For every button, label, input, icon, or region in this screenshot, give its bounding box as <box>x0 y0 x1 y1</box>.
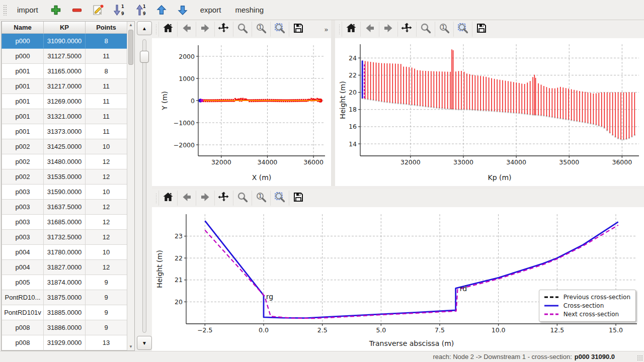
pan-button[interactable] <box>214 191 233 206</box>
zoom-button[interactable] <box>233 191 252 206</box>
cell-points[interactable]: 11 <box>86 94 127 109</box>
cell-points[interactable]: 10 <box>86 184 127 199</box>
table-row[interactable]: p00831929.000013 <box>2 335 127 350</box>
home-button[interactable] <box>158 191 177 206</box>
toolbar-overflow-button[interactable]: » <box>323 26 330 33</box>
cell-name[interactable]: p002 <box>2 154 44 169</box>
table-row[interactable]: p00331637.500012 <box>2 199 127 214</box>
slider-up-button[interactable]: ▲ <box>137 21 152 35</box>
export-button[interactable]: export <box>194 2 227 18</box>
cell-name[interactable]: p002 <box>2 139 44 154</box>
cell-kp[interactable]: 31885.0000 <box>44 305 86 320</box>
cell-kp[interactable]: 31535.0000 <box>44 169 86 184</box>
table-row[interactable]: p00431780.000010 <box>2 244 127 259</box>
cell-name[interactable]: p004 <box>2 244 44 259</box>
zoom-fit-button[interactable] <box>453 22 472 37</box>
zoom-one-button[interactable]: 1 <box>252 22 270 37</box>
cell-kp[interactable]: 31590.0000 <box>44 184 86 199</box>
forward-button[interactable] <box>196 191 214 206</box>
cell-kp[interactable]: 31929.0000 <box>44 335 86 350</box>
toolbar-drag-handle[interactable] <box>3 5 7 16</box>
cell-points[interactable]: 8 <box>86 63 127 78</box>
back-button[interactable] <box>177 22 196 37</box>
cell-name[interactable]: p003 <box>2 229 44 244</box>
column-header-points[interactable]: Points <box>86 22 127 33</box>
save-button[interactable] <box>289 22 307 37</box>
cell-kp[interactable]: 31425.0000 <box>44 139 86 154</box>
meshing-button[interactable]: meshing <box>229 2 270 18</box>
cell-kp[interactable]: 31685.0000 <box>44 214 86 229</box>
table-row[interactable]: p00031090.00008 <box>2 33 127 48</box>
table-row[interactable]: p00231535.000012 <box>2 169 127 184</box>
remove-button[interactable] <box>67 2 87 18</box>
forward-button[interactable] <box>196 22 214 37</box>
cell-points[interactable]: 11 <box>86 109 127 124</box>
cell-points[interactable]: 9 <box>86 290 127 305</box>
forward-button[interactable] <box>379 22 397 37</box>
save-button[interactable] <box>289 191 307 206</box>
cell-points[interactable]: 12 <box>86 154 127 169</box>
cell-kp[interactable]: 31732.5000 <box>44 229 86 244</box>
table-row[interactable]: p00131217.000011 <box>2 78 127 94</box>
scroll-up-icon[interactable]: ▲ <box>127 22 134 29</box>
zoom-button[interactable] <box>233 22 252 37</box>
table-row[interactable]: p00331685.000012 <box>2 214 127 229</box>
table-row[interactable]: PontRD10...31875.00009 <box>2 290 127 305</box>
zoom-one-button[interactable]: 1 <box>252 191 270 206</box>
cell-name[interactable]: p001 <box>2 78 44 94</box>
cell-points[interactable]: 11 <box>86 124 127 139</box>
toolbar-drag-handle[interactable] <box>155 24 157 34</box>
cell-kp[interactable]: 31886.0000 <box>44 320 86 335</box>
move-up-button[interactable] <box>152 2 171 18</box>
cell-kp[interactable]: 31269.0000 <box>44 94 86 109</box>
pan-button[interactable] <box>214 22 233 37</box>
cell-points[interactable]: 12 <box>86 229 127 244</box>
cell-name[interactable]: p000 <box>2 48 44 63</box>
add-button[interactable] <box>46 2 65 18</box>
pan-button[interactable] <box>397 22 416 37</box>
cell-kp[interactable]: 31480.0000 <box>44 154 86 169</box>
import-button[interactable]: import <box>11 2 44 18</box>
table-scrollbar[interactable]: ▲ ▼ <box>127 22 134 350</box>
table-header[interactable]: NameKPPoints <box>2 22 127 33</box>
cell-name[interactable]: p001 <box>2 109 44 124</box>
cell-points[interactable]: 12 <box>86 214 127 229</box>
table-row[interactable]: p00131321.000011 <box>2 109 127 124</box>
scroll-down-icon[interactable]: ▼ <box>127 343 134 350</box>
sort-ascending-button[interactable]: 1 9 <box>131 2 150 18</box>
cell-name[interactable]: p001 <box>2 124 44 139</box>
cell-points[interactable]: 12 <box>86 169 127 184</box>
save-button[interactable] <box>472 22 491 37</box>
scrollbar-thumb[interactable] <box>128 30 133 65</box>
table-row[interactable]: p00131269.000011 <box>2 94 127 109</box>
cell-kp[interactable]: 31373.0000 <box>44 124 86 139</box>
zoom-one-button[interactable]: 1 <box>435 22 453 37</box>
home-button[interactable] <box>342 22 360 37</box>
back-button[interactable] <box>177 191 196 206</box>
cell-name[interactable]: p000 <box>2 33 44 48</box>
zoom-fit-button[interactable] <box>270 191 289 206</box>
cell-name[interactable]: p008 <box>2 320 44 335</box>
cell-points[interactable]: 12 <box>86 199 127 214</box>
table-row[interactable]: p00331590.000010 <box>2 184 127 199</box>
slider-handle[interactable] <box>140 51 149 63</box>
cell-name[interactable]: p001 <box>2 63 44 78</box>
cell-name[interactable]: p003 <box>2 184 44 199</box>
cell-points[interactable]: 11 <box>86 48 127 63</box>
cell-points[interactable]: 9 <box>86 305 127 320</box>
cell-kp[interactable]: 31090.0000 <box>44 33 86 48</box>
table-row[interactable]: p00231480.000012 <box>2 154 127 169</box>
longitudinal-profile-plot[interactable]: 3200033000340003500036000141618202224Kp … <box>335 38 644 186</box>
cell-kp[interactable]: 31217.0000 <box>44 78 86 94</box>
sort-descending-button[interactable]: 1 9 <box>110 2 129 18</box>
cell-points[interactable]: 9 <box>86 320 127 335</box>
cell-name[interactable]: p002 <box>2 169 44 184</box>
column-header-name[interactable]: Name <box>2 22 44 33</box>
cell-points[interactable]: 13 <box>86 335 127 350</box>
cell-name[interactable]: p001 <box>2 94 44 109</box>
zoom-button[interactable] <box>416 22 435 37</box>
toolbar-drag-handle[interactable] <box>155 193 157 203</box>
cell-points[interactable]: 12 <box>86 259 127 275</box>
table-row[interactable]: PontRD101v31885.00009 <box>2 305 127 320</box>
cell-name[interactable]: p003 <box>2 214 44 229</box>
